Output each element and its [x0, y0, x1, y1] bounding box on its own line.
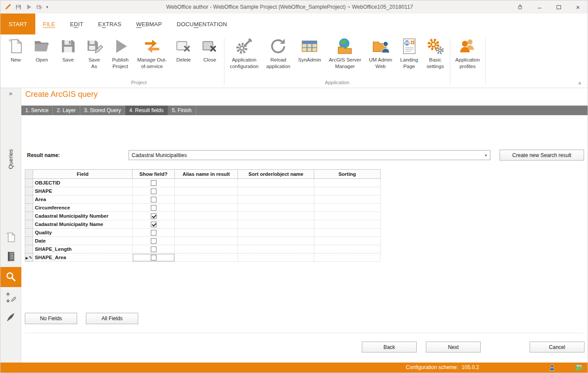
column-header-sorting[interactable]: Sorting [314, 170, 381, 179]
alias-name-cell[interactable] [175, 253, 238, 262]
wizard-step-3-stored-query[interactable]: 3. Stored Query [80, 106, 126, 115]
wizard-step-4-result-fields[interactable]: 4. Result fields [125, 106, 168, 115]
sorting-cell[interactable] [314, 229, 381, 237]
create-search-result-button[interactable]: Create new Search result [500, 150, 584, 161]
alias-name-cell[interactable] [175, 245, 238, 253]
show-field-checkbox[interactable] [151, 188, 156, 194]
column-header-alias-name-in-result[interactable]: Alias name in result [175, 170, 238, 179]
sort-order-cell[interactable] [238, 245, 314, 253]
column-header-field[interactable]: Field [33, 170, 133, 179]
sort-order-cell[interactable] [238, 187, 314, 195]
qat-app-pen-icon[interactable] [4, 3, 11, 10]
sorting-cell[interactable] [314, 195, 381, 204]
show-field-checkbox[interactable] [151, 197, 156, 202]
field-name-cell[interactable]: SHAPE_Length [33, 245, 133, 253]
ribbon-button-application-profiles[interactable]: Applicationprofiles [452, 34, 484, 70]
alias-name-cell[interactable] [175, 212, 238, 220]
sorting-cell[interactable] [314, 245, 381, 253]
result-name-combobox[interactable]: Cadastral Municipalities ▾ [129, 150, 490, 160]
alias-name-cell[interactable] [175, 187, 238, 195]
ribbon-button-application-configuration[interactable]: Applicationconfiguration [226, 34, 262, 70]
alias-name-cell[interactable] [175, 195, 238, 204]
wizard-step-5-finish[interactable]: 5. Finish [168, 106, 196, 115]
sort-order-cell[interactable] [238, 179, 314, 187]
ribbon-button-publish-project[interactable]: PublishProject [107, 34, 133, 70]
sidebar-tool-reorder[interactable] [0, 289, 21, 306]
ribbon-button-basic-settings[interactable]: Basicsettings [422, 34, 449, 70]
qat-save-floppy-icon[interactable] [15, 3, 22, 10]
ribbon-tab-extras[interactable]: EXTRAS [91, 14, 129, 34]
combo-dropdown-icon[interactable]: ▾ [482, 153, 490, 157]
alias-name-cell[interactable] [175, 179, 238, 187]
show-field-checkbox[interactable] [151, 246, 156, 252]
sidebar-expand-button[interactable]: » [0, 90, 21, 97]
ribbon-button-landing-page[interactable]: LandingPage [396, 34, 422, 70]
sorting-cell[interactable] [314, 237, 381, 245]
sort-order-cell[interactable] [238, 204, 314, 212]
qat-publish-play-icon[interactable] [25, 3, 32, 10]
show-field-checkbox[interactable] [151, 222, 156, 227]
sorting-cell[interactable] [314, 220, 381, 229]
field-name-cell[interactable]: Area [33, 195, 133, 204]
alias-name-cell[interactable] [175, 229, 238, 237]
ribbon-tab-start[interactable]: START [0, 14, 35, 34]
alias-name-cell[interactable] [175, 220, 238, 229]
map-icon[interactable] [575, 364, 582, 371]
cancel-button[interactable]: Cancel [530, 342, 585, 352]
sort-order-cell[interactable] [238, 253, 314, 262]
maximize-button[interactable] [549, 0, 568, 14]
popout-button[interactable] [511, 0, 530, 14]
sidebar-tool-search[interactable] [0, 267, 21, 287]
sidebar-tool-new-item[interactable] [0, 229, 21, 246]
field-name-cell[interactable]: Cadastral Municipality Number [33, 212, 133, 220]
ribbon-tab-edit[interactable]: EDIT [63, 14, 91, 34]
ribbon-button-um-admin-web[interactable]: UM AdminWeb [365, 34, 396, 70]
sorting-cell[interactable] [314, 204, 381, 212]
wizard-step-1-service[interactable]: 1. Service [21, 106, 53, 115]
ribbon-button-manage-out-of-service[interactable]: Manage Out-of-service [133, 34, 170, 70]
field-name-cell[interactable]: Date [33, 237, 133, 245]
sorting-cell[interactable] [314, 212, 381, 220]
alias-name-cell[interactable] [175, 204, 238, 212]
ribbon-tab-documentation[interactable]: DOCUMENTATION [169, 14, 235, 34]
sorting-cell[interactable] [314, 179, 381, 187]
field-name-cell[interactable]: Cadastral Municipality Name [33, 220, 133, 229]
show-field-checkbox[interactable] [151, 213, 156, 219]
field-name-cell[interactable]: SHAPE [33, 187, 133, 195]
ribbon-button-save-as[interactable]: SaveAs [81, 34, 107, 70]
sort-order-cell[interactable] [238, 220, 314, 229]
sidebar-tool-notebook[interactable] [0, 248, 21, 265]
next-button[interactable]: Next [426, 342, 481, 352]
ribbon-collapse-icon[interactable]: ∧ [578, 80, 581, 86]
column-header-sort-order-object-name[interactable]: Sort order/object name [238, 170, 314, 179]
show-field-checkbox[interactable] [151, 180, 156, 186]
all-fields-button[interactable]: All Fields [86, 313, 138, 324]
wizard-step-2-layer[interactable]: 2. Layer [53, 106, 80, 115]
sidebar-panel-tab[interactable]: Queries [0, 149, 21, 169]
ribbon-button-reload-application[interactable]: Reloadapplication [262, 34, 294, 70]
sort-order-cell[interactable] [238, 195, 314, 204]
sidebar-tool-quill[interactable] [0, 308, 21, 325]
sort-order-cell[interactable] [238, 212, 314, 220]
qat-dropdown-icon[interactable]: ▾ [46, 5, 48, 9]
field-name-cell[interactable]: Circumference [33, 204, 133, 212]
field-name-cell[interactable]: SHAPE_Area [33, 253, 133, 262]
ribbon-button-new[interactable]: New [3, 34, 29, 63]
show-field-checkbox[interactable] [151, 255, 156, 260]
close-button[interactable]: × [568, 0, 588, 14]
ribbon-button-delete[interactable]: Delete [170, 34, 197, 63]
sort-order-cell[interactable] [238, 229, 314, 237]
field-name-cell[interactable]: OBJECTID [33, 179, 133, 187]
user-icon[interactable] [548, 364, 556, 371]
no-fields-button[interactable]: No Fields [25, 313, 77, 324]
minimize-button[interactable]: – [530, 0, 549, 14]
column-header-show-field[interactable]: Show field? [133, 170, 175, 179]
back-button[interactable]: Back [362, 342, 417, 352]
sort-order-cell[interactable] [238, 237, 314, 245]
sorting-cell[interactable] [314, 253, 381, 262]
field-name-cell[interactable]: Quality [33, 229, 133, 237]
ribbon-button-close[interactable]: Close [197, 34, 223, 63]
ribbon-button-save[interactable]: Save [55, 34, 81, 63]
alias-name-cell[interactable] [175, 237, 238, 245]
show-field-checkbox[interactable] [151, 230, 156, 236]
